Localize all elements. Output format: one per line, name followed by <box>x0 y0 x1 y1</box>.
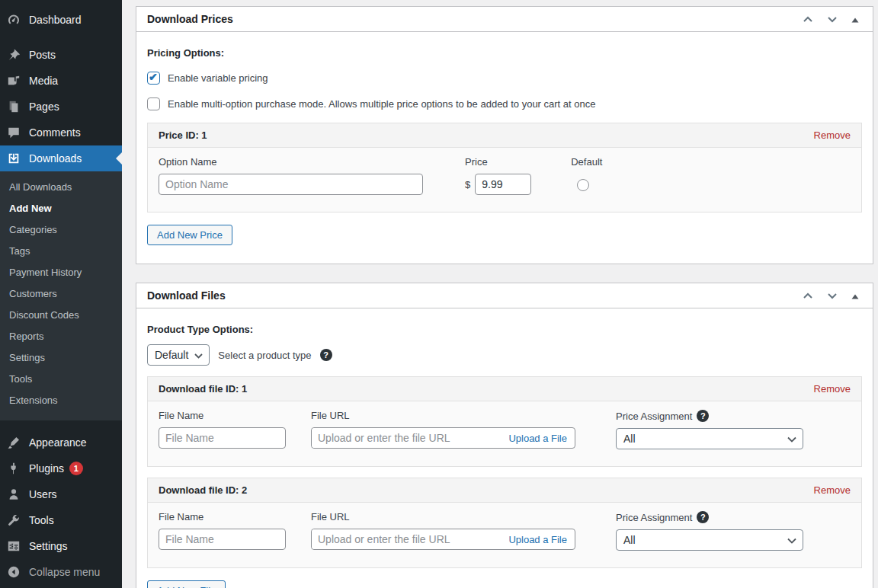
default-radio[interactable] <box>577 179 589 191</box>
product-type-row: Default Select a product type <box>147 344 862 366</box>
pushpin-icon <box>6 47 21 62</box>
sidebar-item-categories[interactable]: Categories <box>0 219 122 241</box>
price-assignment-select[interactable]: All <box>616 428 803 449</box>
file-row-header: Download file ID: 2 Remove <box>148 478 861 503</box>
variable-pricing-row: Enable variable pricing <box>147 72 862 85</box>
sidebar-item-discount-codes[interactable]: Discount Codes <box>0 305 122 326</box>
file-name-input[interactable] <box>159 427 286 449</box>
sidebar-item-users[interactable]: Users <box>0 481 122 507</box>
sidebar-item-all-downloads[interactable]: All Downloads <box>0 177 122 198</box>
downloads-submenu: All Downloads Add New Categories Tags Pa… <box>0 171 122 420</box>
sidebar-item-edd-tools[interactable]: Tools <box>0 369 122 390</box>
multi-option-row: Enable multi-option purchase mode. Allow… <box>147 97 862 110</box>
move-up-button[interactable] <box>801 14 815 25</box>
add-new-price-button[interactable]: Add New Price <box>147 225 232 245</box>
help-icon[interactable] <box>697 511 709 523</box>
sidebar-item-tools[interactable]: Tools <box>0 507 122 533</box>
app-window: Dashboard Posts Media Pages Comments <box>0 0 878 588</box>
plugins-update-badge: 1 <box>69 462 83 475</box>
remove-file-link[interactable]: Remove <box>814 383 851 395</box>
sidebar-item-label: Media <box>29 73 58 88</box>
sidebar-item-comments[interactable]: Comments <box>0 120 122 145</box>
variable-pricing-checkbox[interactable] <box>147 72 160 85</box>
option-name-input[interactable] <box>159 174 423 195</box>
sidebar-item-downloads[interactable]: Downloads <box>0 145 122 171</box>
file-name-label: File Name <box>159 410 286 421</box>
move-down-button[interactable] <box>825 290 839 302</box>
multi-option-label: Enable multi-option purchase mode. Allow… <box>168 98 596 110</box>
file-url-label: File URL <box>311 410 575 421</box>
toggle-panel-button[interactable] <box>850 14 860 25</box>
sidebar-item-label: Users <box>29 487 57 502</box>
sidebar-item-tags[interactable]: Tags <box>0 241 122 262</box>
pricing-options-label: Pricing Options: <box>147 47 862 59</box>
file-name-input[interactable] <box>159 529 286 550</box>
triangle-up-icon <box>851 14 859 25</box>
default-label: Default <box>571 156 602 168</box>
default-field: Default <box>571 156 602 191</box>
upload-file-link[interactable]: Upload a File <box>504 534 575 545</box>
sidebar-item-label: Plugins <box>29 461 64 476</box>
file-url-combo: Upload a File <box>311 427 575 449</box>
sidebar-item-posts[interactable]: Posts <box>0 42 122 68</box>
collapse-menu-button[interactable]: Collapse menu <box>0 559 122 585</box>
sidebar-item-settings[interactable]: Settings <box>0 533 122 559</box>
sidebar-item-plugins[interactable]: Plugins 1 <box>0 455 122 481</box>
help-icon[interactable] <box>320 349 332 361</box>
sidebar-item-dashboard[interactable]: Dashboard <box>0 7 122 33</box>
price-assignment-select[interactable]: All <box>616 529 803 551</box>
sidebar-item-customers[interactable]: Customers <box>0 283 122 305</box>
help-icon[interactable] <box>697 410 709 422</box>
sidebar-item-label: Settings <box>29 538 68 554</box>
price-row-header: Price ID: 1 Remove <box>148 123 861 148</box>
sidebar-item-appearance[interactable]: Appearance <box>0 430 122 455</box>
file-url-field: File URL Upload a File <box>311 410 575 449</box>
move-up-button[interactable] <box>801 290 815 302</box>
download-files-body: Product Type Options: Default Select a p… <box>136 308 873 588</box>
file-url-label: File URL <box>311 511 575 522</box>
price-assignment-selected-value: All <box>623 534 636 546</box>
upload-file-link[interactable]: Upload a File <box>504 433 575 444</box>
collapse-menu-label: Collapse menu <box>29 564 100 580</box>
file-url-input[interactable] <box>312 428 504 448</box>
price-input[interactable] <box>475 174 531 195</box>
remove-price-link[interactable]: Remove <box>814 129 851 141</box>
chevron-down-icon <box>827 14 838 25</box>
file-row-header: Download file ID: 1 Remove <box>148 377 861 401</box>
download-files-header: Download Files <box>136 283 873 308</box>
chevron-down-icon <box>194 349 203 361</box>
sidebar-item-pages[interactable]: Pages <box>0 94 122 120</box>
price-assignment-label: Price Assignment <box>616 511 803 523</box>
file-url-combo: Upload a File <box>311 529 575 550</box>
price-assignment-field: Price Assignment All <box>616 410 803 449</box>
variable-pricing-label: Enable variable pricing <box>168 72 268 84</box>
product-type-selected-value: Default <box>155 349 188 361</box>
price-label: Price <box>465 156 531 168</box>
multi-option-checkbox[interactable] <box>147 97 160 110</box>
download-icon <box>6 151 21 166</box>
toggle-panel-button[interactable] <box>850 290 860 302</box>
pages-icon <box>6 99 21 114</box>
media-icon <box>6 73 21 88</box>
file-name-field: File Name <box>159 410 286 449</box>
sidebar-item-add-new[interactable]: Add New <box>0 198 122 219</box>
sidebar-item-media[interactable]: Media <box>0 68 122 94</box>
file-name-field: File Name <box>159 511 286 550</box>
sidebar-item-extensions[interactable]: Extensions <box>0 390 122 411</box>
sidebar-item-payment-history[interactable]: Payment History <box>0 262 122 283</box>
product-type-select[interactable]: Default <box>147 344 210 366</box>
product-type-hint: Select a product type <box>218 350 311 361</box>
remove-file-link[interactable]: Remove <box>814 484 851 496</box>
price-row-section: Price ID: 1 Remove Option Name Price $ <box>147 123 862 213</box>
download-prices-title: Download Prices <box>147 13 233 25</box>
add-new-file-button[interactable]: Add New File <box>147 580 226 588</box>
file-url-input[interactable] <box>312 529 504 549</box>
triangle-up-icon <box>851 290 859 302</box>
option-name-label: Option Name <box>159 156 423 168</box>
file-row-fields: File Name File URL Upload a File <box>148 401 861 466</box>
sidebar-item-reports[interactable]: Reports <box>0 326 122 347</box>
chevron-down-icon <box>787 433 796 445</box>
price-assignment-field: Price Assignment All <box>616 511 803 551</box>
move-down-button[interactable] <box>825 14 839 25</box>
sidebar-item-edd-settings[interactable]: Settings <box>0 347 122 369</box>
